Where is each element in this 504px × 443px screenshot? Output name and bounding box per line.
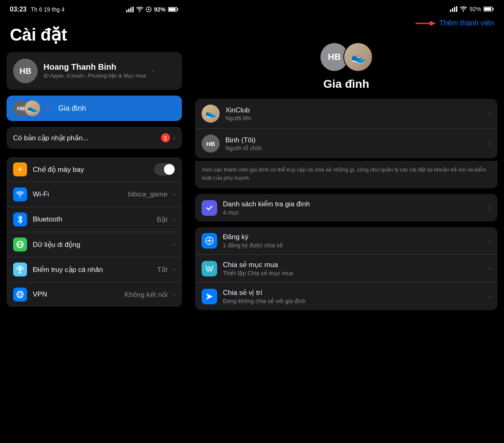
svg-point-5 bbox=[148, 9, 150, 10]
location-share-chevron: › bbox=[489, 293, 491, 300]
member-row-binh[interactable]: HB Binh (Tôi) Người tổ chức › bbox=[195, 129, 497, 158]
xinclub-avatar-img: 👟 bbox=[202, 105, 220, 123]
member-name-binh: Binh (Tôi) bbox=[225, 136, 262, 144]
add-member-link[interactable]: Thêm thành viên bbox=[439, 19, 494, 27]
add-member-arrow-icon bbox=[415, 19, 436, 27]
account-chevron: › bbox=[152, 67, 154, 75]
airplane-toggle-knob bbox=[164, 164, 175, 175]
airplane-toggle[interactable] bbox=[154, 163, 175, 176]
airplane-icon-box: ✈ bbox=[13, 162, 27, 176]
account-card[interactable]: HB Hoang Thanh Binh ID Apple, iCloud+, P… bbox=[7, 52, 182, 90]
location-share-icon bbox=[205, 292, 214, 301]
svg-rect-25 bbox=[493, 8, 494, 10]
settings-row-bluetooth[interactable]: Bluetooth Bật › bbox=[7, 207, 182, 232]
members-card: 👟 XinClub Người lớn › HB Binh (Tôi) Ngườ… bbox=[195, 99, 497, 158]
airplane-label: Chế độ máy bay bbox=[33, 165, 148, 174]
wifi-icon bbox=[136, 7, 143, 12]
hotspot-icon bbox=[16, 265, 24, 274]
svg-rect-8 bbox=[169, 8, 176, 11]
wifi-icon-box bbox=[13, 187, 27, 201]
bluetooth-label: Bluetooth bbox=[33, 215, 151, 224]
status-bar-right: 92% bbox=[188, 0, 504, 16]
settings-row-hotspot[interactable]: Điểm truy cập cá nhân Tắt › bbox=[7, 257, 182, 282]
family-red-arrow: ← bbox=[45, 104, 53, 113]
hotspot-label: Điểm truy cập cá nhân bbox=[33, 265, 152, 274]
member-info-binh: Binh (Tôi) Người tổ chức bbox=[225, 136, 262, 151]
binh-chevron: › bbox=[489, 140, 491, 147]
settings-row-mobile[interactable]: Dữ liệu di động › bbox=[7, 232, 182, 257]
svg-rect-23 bbox=[456, 6, 457, 12]
feature-card-checklist: Danh sách kiểm tra gia đình 4 mục › bbox=[195, 194, 497, 222]
svg-rect-2 bbox=[130, 7, 132, 12]
vpn-value: Không kết nối bbox=[125, 290, 168, 299]
battery-icon-right bbox=[484, 6, 494, 12]
family-row[interactable]: HB 👟 ← Gia đình bbox=[7, 96, 182, 121]
member-name-xinclub: XinClub bbox=[225, 106, 251, 114]
hotspot-icon-box bbox=[13, 263, 27, 276]
settings-row-wifi[interactable]: Wi-Fi bibica_game › bbox=[7, 182, 182, 207]
family-header: HB 👟 Gia đình bbox=[188, 34, 504, 99]
feature-row-checklist[interactable]: Danh sách kiểm tra gia đình 4 mục › bbox=[195, 194, 497, 222]
settings-row-airplane[interactable]: ✈ Chế độ máy bay bbox=[7, 157, 182, 182]
subscription-icon bbox=[205, 236, 214, 245]
svg-rect-20 bbox=[450, 9, 451, 12]
right-status-icons: 92% bbox=[450, 6, 494, 12]
wifi-icon-right bbox=[460, 6, 467, 12]
family-label: Gia đình bbox=[58, 104, 86, 113]
svg-rect-0 bbox=[126, 10, 127, 12]
purchase-title: Chia sẻ mục mua bbox=[223, 260, 293, 269]
member-role-binh: Người tổ chức bbox=[225, 145, 262, 151]
bluetooth-icon bbox=[17, 215, 23, 224]
update-row[interactable]: Có bản cập nhật phần... 1 › bbox=[7, 127, 182, 149]
member-row-xinclub[interactable]: 👟 XinClub Người lớn › bbox=[195, 99, 497, 129]
update-text: Có bản cập nhật phần... bbox=[13, 134, 89, 142]
location-share-subtitle: Đang không chia sẻ với gia đình bbox=[223, 298, 306, 304]
family-avatars: HB 👟 bbox=[13, 100, 40, 116]
shoes-img: 👟 bbox=[25, 100, 40, 116]
xinclub-chevron: › bbox=[489, 110, 491, 117]
checklist-info: Danh sách kiểm tra gia đình 4 mục bbox=[223, 200, 310, 216]
member-avatar-binh: HB bbox=[202, 135, 220, 153]
svg-point-33 bbox=[208, 270, 209, 272]
feature-row-purchase[interactable]: Chia sẻ mục mua Thiết lập Chia sẻ mục mu… bbox=[195, 255, 497, 283]
subscription-info: Đăng ký 1 đăng ký được chia sẻ bbox=[223, 233, 283, 249]
svg-marker-35 bbox=[206, 293, 213, 300]
member-role-xinclub: Người lớn bbox=[225, 115, 251, 121]
member-info-xinclub: XinClub Người lớn bbox=[225, 106, 251, 121]
mobile-icon-box bbox=[13, 237, 27, 251]
subscription-title: Đăng ký bbox=[223, 233, 283, 241]
feature-row-subscription[interactable]: Đăng ký 1 đăng ký được chia sẻ › bbox=[195, 227, 497, 255]
purchase-icon-box bbox=[202, 261, 217, 276]
svg-rect-22 bbox=[454, 7, 455, 12]
checklist-chevron: › bbox=[489, 204, 491, 212]
feature-row-location[interactable]: Chia sẻ vị trí Đang không chia sẻ với gi… bbox=[195, 283, 497, 310]
settings-row-vpn[interactable]: VPN Không kết nối › bbox=[7, 282, 182, 307]
account-name: Hoang Thanh Binh bbox=[43, 62, 146, 72]
subscription-subtitle: 1 đăng ký được chia sẻ bbox=[223, 242, 283, 249]
svg-rect-26 bbox=[484, 8, 491, 11]
account-avatar: HB bbox=[13, 59, 38, 83]
checklist-subtitle: 4 mục bbox=[223, 209, 310, 216]
family-page-title: Gia đình bbox=[323, 78, 369, 91]
bluetooth-value: Bật bbox=[157, 215, 168, 224]
signal-icon bbox=[126, 7, 134, 12]
update-chevron: › bbox=[173, 134, 175, 142]
feature-card-group: Đăng ký 1 đăng ký được chia sẻ › Chia sẻ… bbox=[195, 227, 497, 310]
svg-rect-21 bbox=[452, 8, 453, 12]
status-time: 03:23 bbox=[10, 6, 27, 13]
subscription-chevron: › bbox=[489, 237, 491, 244]
wifi-chevron: › bbox=[173, 191, 175, 198]
wifi-label: Wi-Fi bbox=[33, 190, 122, 199]
battery-icon bbox=[168, 7, 179, 12]
purchase-subtitle: Thiết lập Chia sẻ mục mua bbox=[223, 270, 293, 276]
fh-avatar-shoes-inner: 👟 bbox=[344, 43, 372, 71]
location-icon bbox=[146, 7, 152, 12]
purchase-info: Chia sẻ mục mua Thiết lập Chia sẻ mục mu… bbox=[223, 260, 293, 276]
left-panel: 03:23 Th 6 19 thg 4 92% bbox=[0, 0, 188, 443]
account-subtitle: ID Apple, iCloud+, Phương tiện & Mục mua bbox=[43, 73, 146, 80]
account-info: Hoang Thanh Binh ID Apple, iCloud+, Phươ… bbox=[43, 62, 146, 80]
vpn-icon-box bbox=[13, 288, 27, 301]
page-title: Cài đặt bbox=[0, 16, 188, 52]
airplane-icon: ✈ bbox=[17, 165, 23, 174]
hotspot-chevron: › bbox=[173, 266, 175, 273]
